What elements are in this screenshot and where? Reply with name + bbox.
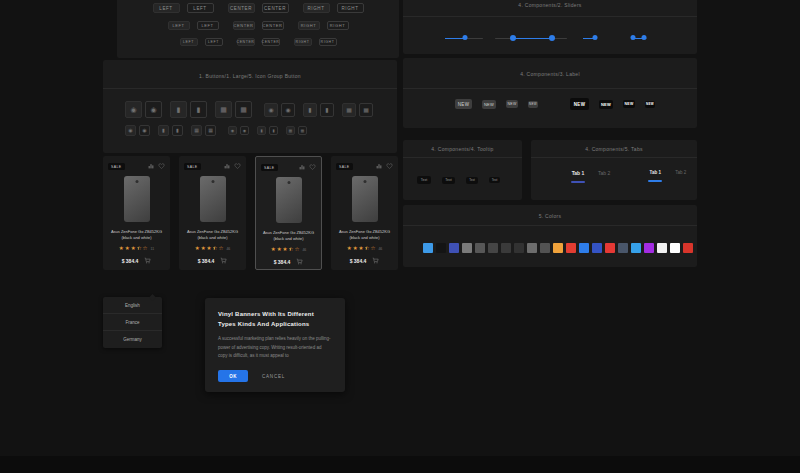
image-icon-button[interactable]: ▦ (235, 101, 252, 118)
image-icon-button[interactable]: ▦ (205, 125, 216, 136)
camera-icon-button[interactable]: ◉ (125, 101, 142, 118)
camera-icon-button[interactable]: ◉ (139, 125, 150, 136)
image-icon-button[interactable]: ▦ (286, 126, 295, 135)
bookmark-icon-button[interactable]: ▮ (257, 126, 266, 135)
product-rating: ★ ★ ★ ☆★ ☆ 46 (331, 246, 398, 252)
panel-title: 4. Components/5. Tabs (531, 140, 697, 158)
camera-icon-button[interactable]: ◉ (228, 126, 237, 135)
right-button-outlined[interactable]: RIGHT (337, 3, 364, 13)
slider-single[interactable] (445, 33, 483, 43)
compare-icon[interactable] (224, 163, 230, 169)
camera-icon-button[interactable]: ◉ (125, 125, 136, 136)
product-title: Asus ZenFone Go ZB452KG (black and white… (179, 229, 246, 242)
button-row-small: LEFT LEFT CENTER CENTER RIGHT RIGHT (117, 38, 399, 46)
product-price: $ 384.4 (198, 258, 215, 264)
left-button-contained[interactable]: LEFT (168, 21, 190, 30)
active-tab-underline (571, 181, 585, 183)
cancel-button[interactable]: CANCEL (262, 374, 285, 379)
empty-star-icon: ☆ (143, 246, 148, 252)
sale-badge: SALE (108, 163, 125, 170)
cart-icon[interactable] (372, 257, 379, 264)
dropdown-item-germany[interactable]: Germany (103, 331, 162, 348)
left-button-outlined[interactable]: LEFT (205, 38, 223, 46)
image-icon: ▦ (208, 128, 213, 133)
slider-thumb[interactable] (631, 35, 636, 40)
favorite-icon[interactable] (386, 163, 393, 169)
product-price: $ 384.4 (274, 259, 291, 265)
product-card[interactable]: SALE Asus ZenFone Go ZB452KG (black and … (103, 156, 170, 270)
image-icon-button[interactable]: ▦ (298, 126, 307, 135)
new-label-dark: NEW (599, 100, 613, 109)
slider-thumb[interactable] (593, 35, 598, 40)
half-star-icon: ☆★ (365, 246, 370, 252)
dropdown-item-france[interactable]: France (103, 314, 162, 331)
tab-1-active[interactable]: Tab 1 (648, 170, 662, 183)
bookmark-icon: ▮ (176, 128, 179, 133)
right-button-contained[interactable]: RIGHT (294, 38, 312, 46)
center-button-outlined[interactable]: CENTER (262, 21, 284, 30)
tab-2[interactable]: Tab 2 (675, 170, 686, 183)
compare-icon[interactable] (148, 163, 154, 169)
slider-range[interactable] (495, 33, 567, 43)
bookmark-icon-button[interactable]: ▮ (269, 126, 278, 135)
cart-icon[interactable] (296, 258, 303, 265)
product-rating: ★ ★ ★ ☆★ ☆ 46 (256, 247, 321, 253)
product-card-highlighted[interactable]: SALE Asus ZenFone Go ZB452KG (black and … (255, 156, 322, 270)
product-card[interactable]: SALE Asus ZenFone Go ZB452KG (black and … (179, 156, 246, 270)
product-card[interactable]: SALE Asus ZenFone Go ZB452KG (black and … (331, 156, 398, 270)
slider-thumb[interactable] (510, 35, 516, 41)
product-image (276, 177, 302, 223)
camera-icon-button[interactable]: ◉ (264, 103, 278, 117)
right-button-outlined[interactable]: RIGHT (319, 38, 337, 46)
color-swatches-row (423, 243, 697, 253)
camera-icon-button[interactable]: ◉ (145, 101, 162, 118)
panel-title: 4. Components/2. Sliders (403, 0, 697, 17)
center-button-outlined[interactable]: CENTER (262, 38, 280, 46)
ok-button[interactable]: OK (218, 370, 248, 382)
tab-2[interactable]: Tab 2 (598, 170, 610, 183)
slider-thumb[interactable] (549, 35, 555, 41)
right-button-outlined[interactable]: RIGHT (327, 21, 349, 30)
tab-1-active[interactable]: Tab 1 (571, 170, 585, 183)
image-icon-button[interactable]: ▦ (342, 103, 356, 117)
bookmark-icon-button[interactable]: ▮ (158, 125, 169, 136)
cart-icon[interactable] (220, 257, 227, 264)
favorite-icon[interactable] (158, 163, 165, 169)
center-button-outlined[interactable]: CENTER (262, 3, 289, 13)
left-button-contained[interactable]: LEFT (180, 38, 198, 46)
image-icon-button[interactable]: ▦ (215, 101, 232, 118)
slider-thumb[interactable] (463, 35, 468, 40)
image-icon-button[interactable]: ▦ (191, 125, 202, 136)
right-button-contained[interactable]: RIGHT (298, 21, 320, 30)
camera-icon-button[interactable]: ◉ (240, 126, 249, 135)
bottom-strip (0, 456, 800, 473)
color-swatch (683, 243, 693, 253)
left-button-contained[interactable]: LEFT (153, 3, 180, 13)
half-star-icon: ☆★ (213, 246, 218, 252)
image-icon-button[interactable]: ▦ (359, 103, 373, 117)
slider-single-small[interactable] (583, 33, 597, 43)
camera-icon-button[interactable]: ◉ (281, 103, 295, 117)
product-image (124, 176, 150, 222)
favorite-icon[interactable] (234, 163, 241, 169)
bookmark-icon-button[interactable]: ▮ (303, 103, 317, 117)
slider-range-small[interactable] (631, 33, 647, 43)
bookmark-icon-button[interactable]: ▮ (190, 101, 207, 118)
center-button-contained[interactable]: CENTER (233, 21, 255, 30)
bookmark-icon-button[interactable]: ▮ (320, 103, 334, 117)
favorite-icon[interactable] (309, 164, 316, 170)
bookmark-icon-button[interactable]: ▮ (170, 101, 187, 118)
right-button-contained[interactable]: RIGHT (303, 3, 330, 13)
left-button-outlined[interactable]: LEFT (187, 3, 214, 13)
color-swatch (488, 243, 498, 253)
new-label: NEW (506, 100, 518, 108)
compare-icon[interactable] (376, 163, 382, 169)
compare-icon[interactable] (299, 164, 305, 170)
center-button-contained[interactable]: CENTER (237, 38, 255, 46)
new-label: NEW (455, 99, 472, 109)
cart-icon[interactable] (144, 257, 151, 264)
center-button-contained[interactable]: CENTER (228, 3, 255, 13)
left-button-outlined[interactable]: LEFT (197, 21, 219, 30)
bookmark-icon-button[interactable]: ▮ (172, 125, 183, 136)
slider-thumb[interactable] (642, 35, 647, 40)
